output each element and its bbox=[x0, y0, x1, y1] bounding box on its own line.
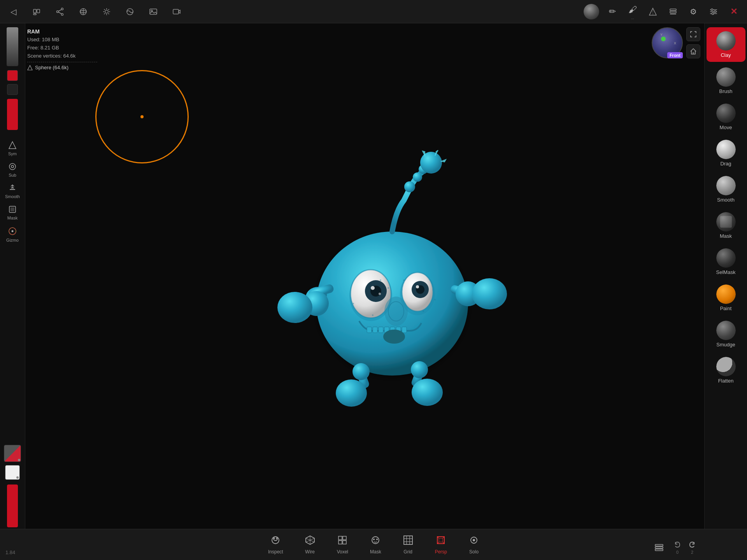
persp-icon bbox=[436, 535, 446, 548]
svg-rect-0 bbox=[33, 9, 36, 13]
back-icon[interactable]: ◁ bbox=[6, 5, 20, 19]
undo-count: 0 bbox=[673, 541, 682, 555]
svg-line-18 bbox=[108, 9, 109, 10]
svg-point-125 bbox=[473, 539, 475, 541]
svg-point-55 bbox=[379, 293, 381, 295]
svg-line-16 bbox=[104, 9, 105, 10]
voxel-bottom-tool[interactable]: Voxel bbox=[334, 534, 351, 556]
svg-point-37 bbox=[9, 163, 16, 170]
persp-bottom-tool[interactable]: Persp bbox=[432, 534, 450, 556]
smudge-tool[interactable]: Smudge bbox=[707, 317, 745, 351]
flatten-tool[interactable]: Flatten bbox=[707, 353, 745, 388]
brush-preview[interactable] bbox=[4, 445, 21, 462]
svg-point-32 bbox=[711, 9, 713, 11]
svg-point-85 bbox=[413, 172, 422, 182]
svg-point-77 bbox=[472, 278, 507, 309]
mask-bottom-tool[interactable]: Mask bbox=[367, 534, 384, 556]
environment-icon[interactable] bbox=[123, 5, 137, 19]
sub-tool[interactable]: Sub bbox=[2, 160, 23, 180]
svg-point-3 bbox=[61, 8, 63, 10]
sphere-render-btn[interactable] bbox=[584, 4, 599, 19]
paint-tool[interactable]: Paint bbox=[707, 281, 745, 315]
smooth-tool-right[interactable]: Smooth bbox=[707, 172, 745, 207]
scene-icon[interactable] bbox=[76, 5, 90, 19]
image-icon[interactable] bbox=[146, 5, 160, 19]
red-stroke-bar[interactable] bbox=[7, 99, 18, 130]
layers-tool-top[interactable] bbox=[666, 5, 680, 19]
mask-tool-left[interactable]: Mask bbox=[2, 203, 23, 223]
move-tool[interactable]: Move bbox=[707, 100, 745, 134]
svg-point-99 bbox=[274, 537, 275, 539]
svg-rect-2 bbox=[33, 14, 36, 15]
svg-rect-62 bbox=[373, 327, 377, 333]
sym-tool[interactable]: Sym bbox=[2, 139, 23, 158]
color-gradient-swatch[interactable] bbox=[7, 27, 18, 66]
voxel-icon bbox=[337, 535, 347, 548]
svg-point-45 bbox=[12, 230, 14, 232]
svg-point-111 bbox=[376, 539, 378, 540]
share-icon[interactable] bbox=[53, 5, 67, 19]
svg-point-82 bbox=[412, 379, 443, 406]
mask-tool-right[interactable]: Mask bbox=[707, 208, 745, 243]
symmetry-tool-top[interactable] bbox=[646, 5, 660, 19]
svg-rect-119 bbox=[439, 538, 443, 542]
clay-tool[interactable]: Clay bbox=[707, 27, 745, 62]
inspect-bottom-tool[interactable]: Inspect bbox=[265, 534, 286, 556]
files-icon[interactable] bbox=[30, 5, 44, 19]
svg-point-68 bbox=[383, 330, 405, 344]
view-sphere[interactable]: X Y Front bbox=[652, 27, 683, 58]
svg-rect-1 bbox=[37, 9, 40, 13]
left-sidebar: Sym Sub Smooth bbox=[0, 23, 25, 529]
wire-bottom-tool[interactable]: Wire bbox=[302, 534, 318, 556]
svg-point-83 bbox=[411, 361, 428, 378]
svg-point-91 bbox=[372, 314, 374, 316]
drag-tool[interactable]: Drag bbox=[707, 136, 745, 170]
view-controls bbox=[686, 27, 700, 58]
video-icon[interactable] bbox=[170, 5, 184, 19]
red-color-swatch[interactable] bbox=[7, 70, 18, 81]
red-stroke-bar2[interactable] bbox=[7, 485, 18, 527]
svg-rect-23 bbox=[173, 9, 179, 14]
svg-line-19 bbox=[104, 13, 105, 14]
svg-rect-95 bbox=[693, 52, 694, 54]
svg-rect-28 bbox=[670, 14, 676, 14]
smooth-tool-left[interactable]: Smooth bbox=[2, 181, 23, 201]
svg-point-4 bbox=[61, 13, 63, 15]
svg-rect-105 bbox=[338, 536, 342, 540]
svg-line-17 bbox=[108, 13, 109, 14]
svg-rect-128 bbox=[655, 549, 663, 551]
adjust-tool-top[interactable] bbox=[707, 5, 721, 19]
brush-tool-right[interactable]: Brush bbox=[707, 63, 745, 98]
fullscreen-btn[interactable] bbox=[686, 27, 700, 41]
selmask-tool[interactable]: SelMask bbox=[707, 244, 745, 279]
canvas-area[interactable]: X Y Front bbox=[25, 23, 704, 529]
dark-color-swatch[interactable] bbox=[7, 84, 18, 95]
redo-count: 2 bbox=[688, 541, 696, 555]
svg-point-84 bbox=[404, 181, 415, 192]
mask-icon bbox=[370, 535, 381, 548]
svg-point-98 bbox=[272, 537, 279, 544]
solo-icon bbox=[469, 535, 479, 548]
svg-rect-126 bbox=[655, 544, 663, 546]
gizmo-tool-left[interactable]: Gizmo bbox=[2, 224, 23, 245]
svg-point-80 bbox=[352, 363, 370, 380]
brush-tool-top[interactable]: 🖌 bbox=[626, 3, 640, 17]
home-btn[interactable] bbox=[686, 44, 700, 58]
white-color-swatch[interactable] bbox=[5, 465, 20, 480]
solo-bottom-tool[interactable]: Solo bbox=[466, 534, 482, 556]
svg-rect-127 bbox=[655, 547, 663, 548]
svg-point-110 bbox=[373, 539, 375, 540]
settings-tool-top[interactable]: ⚙ bbox=[686, 5, 700, 19]
pen-tool-top[interactable]: ✏ bbox=[605, 5, 619, 19]
svg-rect-27 bbox=[670, 11, 676, 13]
grid-icon bbox=[403, 535, 413, 548]
close-icon[interactable]: ✕ bbox=[727, 5, 741, 19]
inspect-icon bbox=[270, 535, 281, 548]
svg-rect-106 bbox=[343, 536, 346, 540]
grid-bottom-tool[interactable]: Grid bbox=[400, 534, 416, 556]
layers-bottom-btn[interactable] bbox=[651, 541, 667, 554]
svg-marker-35 bbox=[28, 65, 32, 70]
svg-point-5 bbox=[57, 11, 59, 12]
sun-icon[interactable] bbox=[100, 5, 114, 19]
svg-rect-21 bbox=[150, 9, 157, 14]
